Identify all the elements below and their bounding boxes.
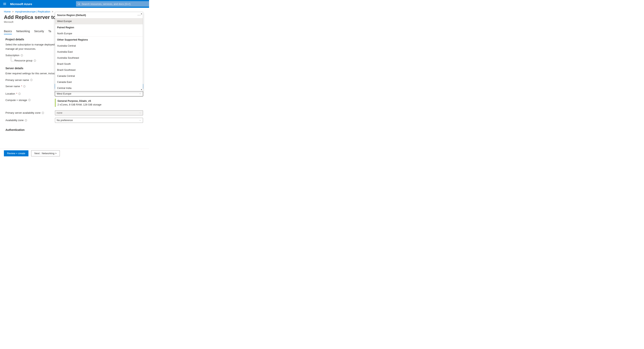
scroll-down-icon[interactable]: ▼ [140, 89, 142, 91]
compute-desc: 2 vCores, 8 GiB RAM, 128 GiB storage [58, 103, 143, 106]
label-server-name: Server name * [6, 85, 55, 88]
svg-point-20 [43, 112, 43, 113]
dropdown-item[interactable]: Brazil South [55, 61, 143, 67]
location-dropdown[interactable]: ▲ Source Region (Default) ··· West Europ… [55, 12, 143, 91]
dropdown-item[interactable]: Canada Central [55, 73, 143, 79]
compute-summary: General Purpose, D2ads_v5 2 vCores, 8 Gi… [55, 99, 143, 107]
section-desc-server: Enter required settings for this server,… [6, 72, 56, 75]
section-desc-project-line1: Select the subscription to manage deploy… [6, 43, 56, 46]
label-primary-az: Primary server availability zone [6, 111, 55, 114]
dropdown-item[interactable]: Central India [55, 85, 143, 91]
info-icon[interactable] [21, 54, 23, 57]
info-icon[interactable] [42, 112, 44, 114]
brand-label: Microsoft Azure [10, 2, 32, 6]
dropdown-item[interactable]: Australia Southeast [55, 55, 143, 61]
svg-point-5 [35, 60, 35, 60]
label-subscription-text: Subscription [6, 54, 20, 57]
tab-basics[interactable]: Basics [4, 30, 12, 34]
location-select[interactable]: West Europe [55, 91, 143, 96]
label-compute-storage-text: Compute + storage [6, 99, 27, 102]
global-search[interactable] [76, 1, 149, 7]
tab-networking[interactable]: Networking [16, 30, 30, 34]
dropdown-item[interactable]: Brazil Southeast [55, 67, 143, 73]
label-az: Availability zone [6, 119, 55, 122]
ellipsis-icon[interactable]: ··· [138, 14, 141, 17]
dropdown-group-label: Source Region (Default) [57, 14, 86, 17]
label-location: Location * [6, 92, 55, 95]
dropdown-item-north-europe[interactable]: North Europe [55, 31, 143, 37]
label-primary-az-text: Primary server availability zone [6, 111, 40, 114]
search-icon [78, 3, 80, 5]
tab-security[interactable]: Security [34, 30, 44, 34]
dropdown-item[interactable]: Australia Central [55, 43, 143, 49]
dropdown-group-paired: Paired Region [55, 24, 143, 31]
page-area: Home > mysqlrwesteurope | Replication > … [0, 8, 149, 154]
svg-point-11 [24, 86, 24, 86]
label-location-text: Location [6, 92, 15, 95]
info-icon[interactable] [25, 119, 27, 122]
topbar: Microsoft Azure [0, 0, 149, 8]
label-resource-group-text: Resource group [14, 59, 32, 62]
label-subscription: Subscription [6, 54, 55, 57]
dropdown-item-west-europe[interactable]: West Europe [55, 18, 143, 24]
info-icon[interactable] [23, 85, 26, 88]
info-icon[interactable] [30, 79, 32, 81]
tab-tags[interactable]: Ta [48, 30, 51, 34]
hamburger-icon [3, 2, 6, 6]
dropdown-scroll[interactable]: Source Region (Default) ··· West Europe … [55, 12, 143, 91]
next-networking-button[interactable]: Next : Networking > [31, 150, 60, 156]
row-az: Availability zone No preference [6, 118, 144, 123]
chevron-down-icon [139, 112, 141, 114]
label-server-name-text: Server name [6, 85, 20, 88]
label-compute-storage: Compute + storage [6, 99, 55, 102]
label-az-text: Availability zone [6, 119, 24, 122]
breadcrumb-replication[interactable]: mysqlrwesteurope | Replication [15, 10, 50, 13]
compute-title: General Purpose, D2ads_v5 [58, 99, 143, 102]
footer-actions: Review + create Next : Networking > [0, 149, 149, 159]
chevron-down-icon [139, 119, 141, 122]
info-icon[interactable] [34, 60, 36, 62]
hamburger-menu[interactable] [2, 1, 8, 7]
dropdown-group-source: Source Region (Default) ··· [55, 12, 143, 18]
az-value: No preference [57, 119, 73, 122]
dropdown-group-other: Other Supported Regions [55, 37, 143, 43]
label-primary-server-name: Primary server name [6, 79, 55, 82]
review-create-button[interactable]: Review + create [4, 150, 28, 156]
location-value: West Europe [57, 92, 71, 95]
section-title-authentication: Authentication [6, 128, 144, 131]
content: ▲ Source Region (Default) ··· West Europ… [0, 34, 148, 131]
dropdown-item[interactable]: Australia East [55, 49, 143, 55]
chevron-right-icon: > [52, 10, 54, 13]
breadcrumb-home[interactable]: Home [4, 10, 11, 13]
dropdown-item[interactable]: Canada East [55, 79, 143, 85]
az-select[interactable]: No preference [55, 118, 143, 123]
search-input[interactable] [82, 3, 148, 6]
info-icon[interactable] [28, 99, 30, 101]
label-primary-server-name-text: Primary server name [6, 79, 29, 82]
chevron-right-icon: > [12, 10, 14, 13]
primary-az-select: none [55, 110, 143, 115]
required-icon: * [16, 92, 17, 95]
primary-az-value: none [57, 111, 62, 114]
row-primary-az: Primary server availability zone none [6, 110, 144, 115]
info-icon[interactable] [18, 93, 21, 95]
chevron-down-icon [139, 93, 141, 95]
row-compute-storage: Compute + storage General Purpose, D2ads… [6, 99, 144, 107]
label-resource-group: Resource group [6, 59, 55, 62]
row-location: Location * West Europe [6, 91, 144, 96]
required-icon: * [21, 85, 22, 88]
